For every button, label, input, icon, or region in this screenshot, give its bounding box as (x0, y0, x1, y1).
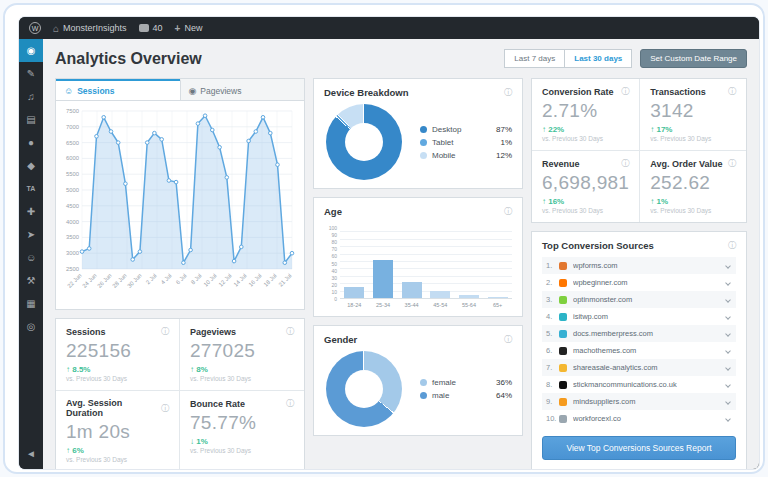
source-domain: wpbeginner.com (573, 278, 726, 287)
person-icon: ☺ (64, 86, 73, 96)
legend-dot (420, 139, 427, 146)
sidebar-item-seedprod[interactable]: ➤ (19, 223, 43, 246)
sidebar-item-posts[interactable]: ✎ (19, 62, 43, 85)
chevron-down-icon[interactable] (725, 399, 731, 405)
view-top-conversion-sources-report-button[interactable]: View Top Conversions Sources Report (542, 436, 736, 460)
info-icon[interactable]: ⓘ (286, 326, 294, 337)
traffic-stat-pageviews: Pageviewsⓘ277025↑ 8%vs. Previous 30 Days (180, 319, 304, 391)
info-icon[interactable]: ⓘ (504, 334, 512, 345)
chevron-down-icon[interactable] (725, 297, 731, 303)
svg-text:14 Jul: 14 Jul (233, 272, 248, 287)
source-favicon-icon (559, 398, 567, 406)
source-domain: workforcexl.co (573, 414, 726, 423)
main-content: Analytics Overview Last 7 days Last 30 d… (43, 39, 759, 469)
chevron-down-icon[interactable] (725, 416, 731, 422)
new-menu[interactable]: + New (175, 23, 203, 34)
svg-text:4000: 4000 (66, 219, 79, 225)
source-row-mindsuppliers.com[interactable]: 9.mindsuppliers.com (542, 393, 736, 410)
info-icon[interactable]: ⓘ (621, 158, 629, 169)
plugins-icon: ✚ (27, 207, 35, 217)
chevron-down-icon[interactable] (725, 365, 731, 371)
site-name: MonsterInsights (63, 23, 127, 33)
source-row-wpbeginner.com[interactable]: 2.wpbeginner.com (542, 274, 736, 291)
age-x-label: 18-24 (344, 302, 364, 308)
sidebar-item-ta-plugin[interactable]: TA (19, 177, 43, 200)
last-30-days-button[interactable]: Last 30 days (564, 49, 632, 68)
tab-sessions[interactable]: ☺ Sessions (56, 79, 180, 100)
site-menu[interactable]: ⌂ MonsterInsights (53, 23, 127, 34)
stat-value: 6,698,981 (542, 172, 629, 194)
legend-value: 36% (496, 378, 512, 387)
source-rank: 3. (546, 295, 559, 304)
source-row-optinmonster.com[interactable]: 3.optinmonster.com (542, 291, 736, 308)
source-row-docs.memberpress.com[interactable]: 5.docs.memberpress.com (542, 325, 736, 342)
sources-list: 1.wpforms.com2.wpbeginner.com3.optinmons… (542, 257, 736, 427)
sidebar-item-users[interactable]: ☺ (19, 246, 43, 269)
source-rank: 5. (546, 329, 559, 338)
sidebar-item-monsterinsights[interactable]: ◉ (19, 39, 43, 62)
downloads-icon: ◆ (27, 161, 35, 171)
info-icon[interactable]: ⓘ (286, 398, 294, 409)
svg-text:26 Jun: 26 Jun (96, 272, 113, 289)
device-breakdown-title: Device Breakdown (324, 87, 408, 98)
source-domain: optinmonster.com (573, 295, 726, 304)
set-custom-date-range-button[interactable]: Set Custom Date Range (640, 49, 747, 68)
source-row-workforcexl.co[interactable]: 10.workforcexl.co (542, 410, 736, 427)
admin-bar: W ⌂ MonsterInsights 40 + New (19, 17, 759, 39)
source-row-wpforms.com[interactable]: 1.wpforms.com (542, 257, 736, 274)
admin-sidebar: ◉✎♫▤●◆TA✚➤☺⚒▦◎◄ (19, 39, 43, 469)
sidebar-item-downloads[interactable]: ◆ (19, 154, 43, 177)
source-row-shareasale-analytics.com[interactable]: 7.shareasale-analytics.com (542, 359, 736, 376)
tab-pageviews[interactable]: ◉ Pageviews (180, 79, 305, 100)
sidebar-item-settings[interactable]: ▦ (19, 292, 43, 315)
age-x-label: 65+ (488, 302, 508, 308)
last-7-days-button[interactable]: Last 7 days (504, 49, 565, 68)
sidebar-item-tools[interactable]: ⚒ (19, 269, 43, 292)
users-icon: ☺ (26, 253, 36, 263)
source-favicon-icon (559, 313, 567, 321)
sidebar-item-media[interactable]: ♫ (19, 85, 43, 108)
stat-label: Bounce Rate (190, 399, 245, 409)
info-icon[interactable]: ⓘ (504, 206, 512, 217)
info-icon[interactable]: ⓘ (728, 240, 736, 251)
svg-text:8 Jul: 8 Jul (190, 272, 203, 285)
sidebar-item-plugins[interactable]: ✚ (19, 200, 43, 223)
chevron-down-icon[interactable] (725, 348, 731, 354)
source-row-stickmancommunications.co.uk[interactable]: 8.stickmancommunications.co.uk (542, 376, 736, 393)
age-bar-18-24 (344, 287, 364, 298)
svg-text:7000: 7000 (66, 124, 79, 130)
info-icon[interactable]: ⓘ (504, 87, 512, 98)
source-row-machothemes.com[interactable]: 6.machothemes.com (542, 342, 736, 359)
chevron-down-icon[interactable] (725, 280, 731, 286)
sidebar-item-pages[interactable]: ▤ (19, 108, 43, 131)
age-bar-35-44 (402, 282, 422, 298)
svg-text:21 Jul: 21 Jul (278, 272, 293, 287)
legend-value: 12% (496, 151, 512, 160)
info-icon[interactable]: ⓘ (728, 86, 736, 97)
source-favicon-icon (559, 347, 567, 355)
source-favicon-icon (559, 262, 567, 270)
svg-text:5500: 5500 (66, 171, 79, 177)
sidebar-item-awards[interactable]: ◎ (19, 315, 43, 338)
gender-title: Gender (324, 334, 357, 345)
info-icon[interactable]: ⓘ (161, 326, 169, 337)
chevron-down-icon[interactable] (725, 331, 731, 337)
chevron-down-icon[interactable] (725, 314, 731, 320)
info-icon[interactable]: ⓘ (728, 158, 736, 169)
sidebar-item-comments[interactable]: ● (19, 131, 43, 154)
sidebar-item-collapse-menu[interactable]: ◄ (19, 442, 43, 465)
source-rank: 1. (546, 261, 559, 270)
collapse-menu-icon: ◄ (26, 449, 36, 459)
info-icon[interactable]: ⓘ (161, 403, 169, 414)
traffic-stat-avg-session-duration: Avg. Session Durationⓘ1m 20s↑ 6%vs. Prev… (56, 391, 180, 469)
stat-comparison-period: vs. Previous 30 Days (542, 135, 629, 142)
date-range-group: Last 7 days Last 30 days (504, 49, 632, 68)
monsterinsights-icon: ◉ (27, 46, 36, 56)
chevron-down-icon[interactable] (725, 263, 731, 269)
comments-menu[interactable]: 40 (139, 23, 163, 33)
wp-logo-menu[interactable]: W (29, 22, 41, 34)
source-row-isitwp.com[interactable]: 4.isitwp.com (542, 308, 736, 325)
device-breakdown-card: Device Breakdown ⓘ Desktop87%Tablet1%Mob… (313, 78, 523, 189)
chevron-down-icon[interactable] (725, 382, 731, 388)
info-icon[interactable]: ⓘ (621, 86, 629, 97)
